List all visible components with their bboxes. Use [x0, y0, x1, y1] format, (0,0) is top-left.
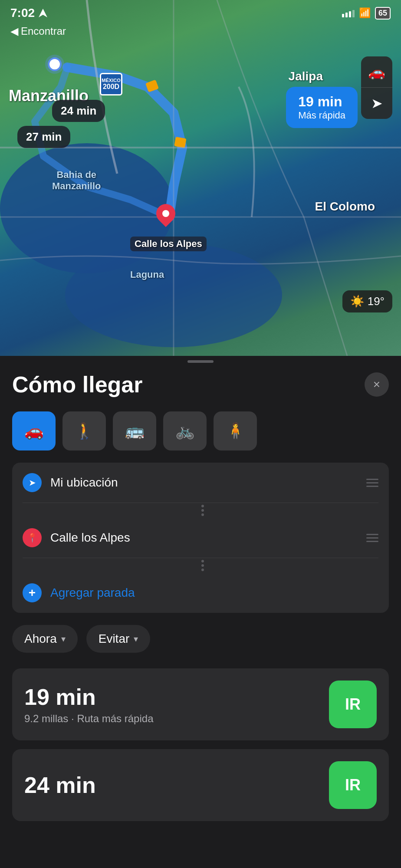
time-filter-label: Ahora: [24, 632, 57, 646]
destination-drag-handle: [366, 534, 378, 542]
route-24-bubble[interactable]: 24 min: [52, 100, 105, 122]
back-button[interactable]: ◀ Encontrar: [10, 25, 66, 37]
route-1-distance: 9.2 millas: [24, 713, 68, 724]
map-label-calle: Calle los Alpes: [130, 237, 207, 251]
route-27-bubble[interactable]: 27 min: [17, 126, 70, 148]
status-time: 7:02: [10, 6, 48, 20]
fastest-time: 19 min: [298, 94, 345, 110]
fastest-label: Más rápida: [298, 110, 345, 121]
filters-row: Ahora ▾ Evitar ▾: [12, 625, 389, 653]
plus-icon: +: [29, 586, 36, 600]
origin-row[interactable]: ➤ Mi ubicación: [23, 463, 378, 503]
add-stop-icon: +: [23, 583, 42, 602]
transport-tabs: 🚗 🚶 🚌 🚲 🧍: [12, 411, 389, 450]
signal-bars: [342, 9, 355, 17]
weather-badge: ☀️ 19°: [342, 290, 392, 312]
arrow-icon: ➤: [29, 477, 36, 488]
route-connector-dots-2: [26, 558, 378, 573]
origin-icon: ➤: [23, 473, 42, 492]
map-area[interactable]: MÉXICO 200D Manzanillo Jalipa Bahia deMa…: [0, 0, 401, 356]
signal-bar-3: [349, 11, 351, 17]
route-2-info: 24 min: [24, 772, 96, 798]
bottom-sheet: Cómo llegar × 🚗 🚶 🚌 🚲 🧍 ➤ Mi ubicación: [0, 356, 401, 868]
wifi-icon: 📶: [359, 7, 371, 19]
sheet-header: Cómo llegar ×: [12, 372, 389, 398]
route-1-description: Ruta más rápida: [77, 713, 153, 724]
svg-marker-0: [39, 9, 47, 17]
avoid-chevron-icon: ▾: [134, 634, 138, 644]
destination-label: Calle los Alpes: [50, 531, 358, 545]
time-filter[interactable]: Ahora ▾: [12, 625, 78, 653]
signal-bar-4: [352, 10, 355, 17]
signal-bar-1: [342, 14, 344, 17]
tab-walk[interactable]: 🚶: [62, 411, 106, 450]
go-label-1: IR: [345, 695, 361, 713]
close-icon: ×: [373, 378, 380, 391]
back-chevron-icon: ◀: [10, 25, 18, 37]
origin-dot: [48, 57, 62, 71]
tab-rideshare[interactable]: 🧍: [214, 411, 257, 450]
origin-drag-handle: [366, 479, 378, 487]
map-mode-icons[interactable]: 🚗 ➤: [361, 56, 392, 119]
origin-label: Mi ubicación: [50, 476, 358, 490]
route-card-2[interactable]: 24 min IR: [12, 749, 389, 821]
map-label-bahia: Bahia deManzanillo: [52, 169, 101, 192]
highway-prefix: MÉXICO: [102, 78, 120, 83]
fastest-route-bubble[interactable]: 19 min Más rápida: [286, 87, 358, 128]
route-card-1[interactable]: 19 min 9.2 millas · Ruta más rápida IR: [12, 668, 389, 740]
back-label: Encontrar: [21, 25, 66, 37]
svg-rect-5: [174, 137, 186, 148]
time-chevron-icon: ▾: [61, 634, 66, 644]
route-2-time: 24 min: [24, 772, 96, 798]
map-label-jalipa: Jalipa: [289, 69, 323, 83]
add-stop-label: Agregar parada: [50, 586, 378, 600]
signal-bar-2: [345, 13, 348, 17]
tab-drive[interactable]: 🚗: [12, 411, 56, 450]
map-label-laguna: Laguna: [130, 269, 164, 280]
map-arrow-icon[interactable]: ➤: [361, 88, 392, 119]
status-bar: 7:02 📶 65: [0, 0, 401, 26]
drag-handle[interactable]: [187, 360, 214, 363]
map-drive-icon[interactable]: 🚗: [361, 56, 392, 88]
destination-row[interactable]: 📍 Calle los Alpes: [23, 518, 378, 558]
sheet-title: Cómo llegar: [12, 372, 143, 398]
route-1-time: 19 min: [24, 684, 153, 710]
avoid-filter[interactable]: Evitar ▾: [86, 625, 151, 653]
status-icons: 📶 65: [342, 7, 391, 20]
weather-temp: 19°: [368, 295, 385, 308]
add-stop-row[interactable]: + Agregar parada: [23, 573, 378, 613]
pin-circle: [152, 200, 179, 227]
tab-bike[interactable]: 🚲: [163, 411, 207, 450]
route-1-separator: ·: [71, 713, 77, 724]
route-1-info: 19 min 9.2 millas · Ruta más rápida: [24, 684, 153, 725]
destination-icon: 📍: [23, 528, 42, 547]
route-1-detail: 9.2 millas · Ruta más rápida: [24, 713, 153, 725]
locations-box: ➤ Mi ubicación 📍 Calle los Alpes: [12, 463, 389, 613]
destination-pin: [156, 204, 175, 223]
battery-indicator: 65: [375, 7, 391, 20]
tab-transit[interactable]: 🚌: [113, 411, 156, 450]
route-connector-dots: [26, 503, 378, 518]
go-label-2: IR: [345, 776, 361, 794]
sun-icon: ☀️: [350, 295, 364, 308]
close-button[interactable]: ×: [365, 372, 389, 397]
location-arrow-icon: [38, 8, 48, 18]
go-button-1[interactable]: IR: [329, 681, 377, 728]
highway-shield: MÉXICO 200D: [100, 73, 122, 95]
go-button-2[interactable]: IR: [329, 761, 377, 809]
map-label-colomo: El Colomo: [315, 200, 375, 214]
pin-inner: [162, 210, 169, 217]
pin-icon: 📍: [27, 533, 38, 543]
avoid-filter-label: Evitar: [99, 632, 130, 646]
highway-number: 200D: [103, 83, 119, 91]
time-display: 7:02: [10, 6, 35, 20]
battery-level: 65: [378, 9, 387, 17]
